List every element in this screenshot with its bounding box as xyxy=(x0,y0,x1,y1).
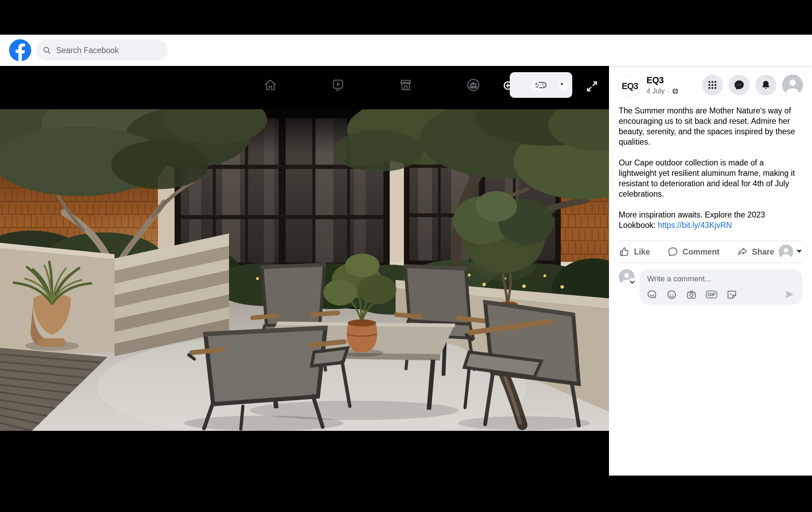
sticker-icon xyxy=(726,289,737,300)
post-meta: 4 July · xyxy=(646,87,679,95)
notifications-button[interactable] xyxy=(755,75,776,95)
like-button[interactable]: Like xyxy=(619,246,650,257)
facebook-header xyxy=(0,35,812,66)
comment-composer: GIF xyxy=(619,269,802,305)
photo-viewer-controls xyxy=(502,80,599,93)
home-icon xyxy=(263,78,277,92)
apps-menu-button[interactable] xyxy=(702,75,723,95)
nav-tab-groups[interactable] xyxy=(439,69,507,101)
post-header-text: EQ3 4 July · xyxy=(646,75,679,95)
avatar-sticker-button[interactable] xyxy=(646,289,657,300)
page-avatar[interactable]: EQ3 xyxy=(619,75,641,97)
nav-tab-home[interactable] xyxy=(236,69,304,101)
apps-grid-icon xyxy=(707,80,718,90)
watch-icon xyxy=(331,78,345,92)
chevron-down-icon xyxy=(796,249,802,254)
zoom-in-button[interactable] xyxy=(502,80,515,93)
comment-as-caret-button[interactable] xyxy=(796,249,802,255)
avatar-placeholder-icon xyxy=(779,245,793,259)
comment-tools: GIF xyxy=(646,289,795,300)
avatar-sticker-icon xyxy=(646,289,657,300)
page-name[interactable]: EQ3 xyxy=(646,75,679,85)
comment-label: Comment xyxy=(683,247,719,257)
send-icon xyxy=(784,289,795,300)
post-link[interactable]: https://bit.ly/43KjvRN xyxy=(658,221,732,230)
chevron-down-icon xyxy=(630,281,635,284)
avatar-placeholder-icon xyxy=(782,75,803,95)
zoom-out-button[interactable] xyxy=(530,80,543,93)
emoji-icon xyxy=(666,289,677,300)
patio-photo-illustration xyxy=(0,109,609,431)
photo-viewer-page: EQ3 EQ3 4 July · Th xyxy=(0,0,812,512)
tag-photo-button[interactable] xyxy=(558,80,571,93)
emoji-button[interactable] xyxy=(666,289,677,300)
share-button[interactable]: Share xyxy=(737,246,774,257)
zoom-out-icon xyxy=(530,80,543,93)
expand-icon xyxy=(585,80,599,93)
like-icon xyxy=(619,246,630,257)
attach-photo-button[interactable] xyxy=(686,289,697,300)
messenger-icon xyxy=(733,79,745,91)
marketplace-icon xyxy=(399,78,413,92)
like-label: Like xyxy=(634,247,650,257)
header-right-buttons xyxy=(702,75,803,95)
share-label: Share xyxy=(752,247,774,257)
send-comment-button[interactable] xyxy=(784,289,795,300)
switch-profile-badge[interactable] xyxy=(628,278,636,286)
meta-dot: · xyxy=(667,87,669,95)
messenger-button[interactable] xyxy=(729,75,750,95)
tag-icon xyxy=(558,80,571,93)
post-paragraph: The Summer months are Mother Nature's wa… xyxy=(619,105,802,147)
comment-button[interactable]: Comment xyxy=(667,246,719,257)
post-panel: EQ3 EQ3 4 July · Th xyxy=(609,66,812,476)
fullscreen-button[interactable] xyxy=(585,80,599,93)
divider xyxy=(619,263,802,263)
account-button[interactable] xyxy=(782,75,803,95)
nav-tab-marketplace[interactable] xyxy=(372,69,439,101)
comment-box[interactable]: GIF xyxy=(640,269,802,305)
post-actions: Like Comment Share xyxy=(619,241,802,263)
post-paragraph: Our Cape outdoor collection is made of a… xyxy=(619,157,802,199)
post-body: The Summer months are Mother Nature's wa… xyxy=(619,105,802,230)
post-paragraph: More inspiration awaits. Explore the 202… xyxy=(619,210,802,230)
groups-icon xyxy=(466,78,481,92)
bell-icon xyxy=(760,79,771,91)
gif-icon: GIF xyxy=(706,291,717,298)
gif-button[interactable]: GIF xyxy=(706,291,717,298)
facebook-logo-icon[interactable] xyxy=(9,39,31,61)
post-photo[interactable] xyxy=(0,109,609,431)
share-icon xyxy=(737,246,748,257)
post-date[interactable]: 4 July xyxy=(646,87,665,95)
composer-avatar[interactable] xyxy=(619,269,635,285)
photo-stage xyxy=(0,66,609,512)
search-icon xyxy=(42,46,51,55)
sticker-button[interactable] xyxy=(726,289,737,300)
globe-icon xyxy=(672,88,679,95)
comment-as-avatar[interactable] xyxy=(779,245,793,259)
nav-tab-watch[interactable] xyxy=(304,69,372,101)
comment-input[interactable] xyxy=(646,274,797,284)
search-input[interactable] xyxy=(56,45,161,56)
zoom-in-icon xyxy=(502,80,515,93)
camera-icon xyxy=(686,289,697,300)
comment-icon xyxy=(667,246,678,257)
search-bar[interactable] xyxy=(36,40,168,61)
